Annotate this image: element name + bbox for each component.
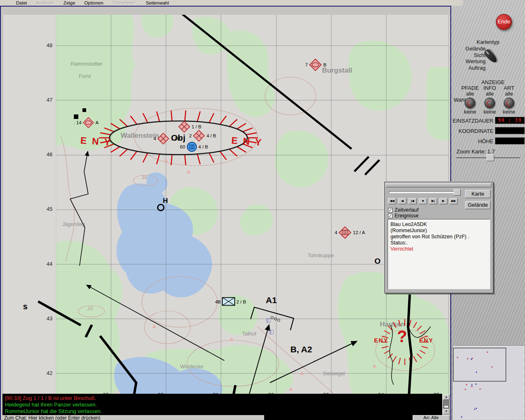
enemy-unit-2-4B[interactable]: 2 4 / B <box>189 129 216 142</box>
menu-seitenwahl[interactable]: Seitenwahl <box>142 0 173 5</box>
enemy-unit-14A[interactable]: . 14 A <box>74 116 99 129</box>
map-mark <box>271 316 274 319</box>
friendly-infantry-icon <box>221 297 235 306</box>
enemy-unit-4-1B[interactable]: 4 1 / B <box>153 132 180 145</box>
building-icon <box>269 330 274 334</box>
play-button[interactable]: ▶ <box>439 198 447 204</box>
map-mark <box>277 319 280 322</box>
art-knob[interactable] <box>504 98 514 108</box>
grid-row-label: 43 <box>42 315 52 322</box>
replay-slider-thumb[interactable] <box>454 189 461 196</box>
menu-datei[interactable]: Datei <box>11 0 32 5</box>
enemy-dot <box>467 358 468 359</box>
map-mark <box>82 108 86 112</box>
friendly-unit-2B[interactable]: 4B 2 / B <box>215 297 246 306</box>
kartentyp-sicht[interactable]: Sicht <box>454 52 486 59</box>
friendly-dot <box>476 372 477 373</box>
chat-target-button[interactable]: An: Alle <box>413 415 450 420</box>
place-label: Jägerstieg <box>62 221 85 227</box>
grid-row-label: 42 <box>42 370 52 376</box>
enemy-dot <box>466 384 467 385</box>
friendly-dot <box>471 384 472 386</box>
zoom-slider-thumb[interactable] <box>486 154 494 161</box>
rewind-button[interactable]: ◀◀ <box>388 198 396 204</box>
kartentyp-auftrag[interactable]: Auftrag <box>454 65 486 71</box>
friendly-unit-icon <box>186 141 198 153</box>
eny-label-hausen-right: ENY <box>419 337 434 344</box>
karte-button[interactable]: Karte <box>465 190 491 198</box>
church-icon <box>289 387 293 391</box>
enemy-mech-icon <box>157 132 170 145</box>
chat-prompt[interactable]: Zum Chat: Hier klicken (oder Enter drück… <box>2 415 264 420</box>
checkbox-label: Zeitverlauf <box>395 207 418 213</box>
art-alle: alle <box>498 91 520 97</box>
unit-label-right: 2 / B <box>236 299 246 304</box>
menu-optionen[interactable]: Optionen <box>80 0 108 5</box>
log-line: Blau Leo2A5DK <box>390 221 487 228</box>
marker-o-label: O <box>374 257 381 266</box>
menu-bar: Datei Auslöser Zeige Optionen Teilnehmer… <box>0 0 463 6</box>
log-line: (RommelJunior) <box>390 228 487 234</box>
kartentyp-wertung[interactable]: Wertung <box>454 58 486 65</box>
enemy-dot <box>479 388 481 390</box>
zoom-karte-label: Zoom Karte: 1.7 <box>457 148 495 155</box>
chat-message: RommelJunior hat die Sitzung verlassen. <box>5 408 442 415</box>
minimap-view-rect <box>453 348 506 381</box>
church-icon <box>164 158 168 162</box>
stop-button[interactable]: ■ <box>419 198 427 204</box>
unit-label-left: 2 <box>189 133 192 138</box>
scroll-up-icon[interactable]: ▲ <box>443 395 450 400</box>
menu-ausloeser: Auslöser <box>32 0 59 5</box>
unit-label-left: 7 <box>305 62 308 67</box>
place-label: Beisiegel <box>323 370 345 377</box>
pfade-alle: alle <box>459 91 481 97</box>
enemy-unit-12A[interactable]: 4 12 / A <box>335 226 365 240</box>
einsatzdauer-display: 90 : 39 <box>495 117 525 124</box>
gelaende-button[interactable]: Gelände <box>465 201 491 209</box>
marker-h-label: H <box>163 197 168 205</box>
chat-log[interactable]: [90:33] Zug 1 / 1 / B ist unter Beschuß.… <box>2 394 442 415</box>
step-back-button[interactable]: |◀ <box>409 198 417 204</box>
friendly-dot <box>476 408 477 409</box>
grid-row-label: 48 <box>42 42 52 48</box>
ende-button[interactable]: Ende <box>496 14 512 30</box>
unit-label-right: 1 / B <box>171 136 180 141</box>
enemy-mech-icon <box>192 129 205 142</box>
fast-forward-button[interactable]: ▶▶ <box>450 198 458 204</box>
enemy-unit-7B[interactable]: 7 B <box>305 58 326 72</box>
friendly-unit-60-4B[interactable]: 60 4 / B <box>180 141 208 153</box>
event-log[interactable]: Blau Leo2A5DK (RommelJunior) getroffen v… <box>388 219 490 289</box>
chat-scrollbar[interactable]: ▲ ▼ <box>443 395 450 414</box>
grid-row-label: 45 <box>42 206 52 212</box>
map-mark <box>274 317 277 320</box>
koordinate-display <box>495 127 525 134</box>
pfade-knob[interactable] <box>465 98 475 108</box>
checkbox-label: Ereignisse <box>395 213 418 219</box>
kartentyp-gelaende[interactable]: Gelände <box>454 46 486 52</box>
church-icon <box>187 170 191 173</box>
scrollbar-thumb[interactable] <box>444 405 449 408</box>
replay-slider-track[interactable] <box>389 191 458 193</box>
play-back-button[interactable]: ◀ <box>398 198 406 204</box>
friendly-dot <box>461 416 462 418</box>
unit-label-left: 60 <box>180 144 185 149</box>
minimap[interactable] <box>453 346 524 420</box>
place-label: Rammstedter <box>71 61 103 67</box>
checkbox-icon[interactable]: ✓ <box>388 214 393 218</box>
replay-window-titlebar[interactable] <box>386 183 491 187</box>
map[interactable]: 48 47 46 45 44 43 42 89 90 91 92 93 94 9… <box>3 15 450 399</box>
church-icon <box>372 364 377 368</box>
info-alle: alle <box>479 91 500 97</box>
scroll-down-icon[interactable]: ▼ <box>443 409 450 414</box>
zeitverlauf-checkbox[interactable]: ✓ Zeitverlauf <box>388 207 418 213</box>
chat-message: [90:33] Zug 1 / 1 / B ist unter Beschuß. <box>5 395 442 402</box>
info-knob[interactable] <box>484 98 495 108</box>
checkbox-icon[interactable]: ✓ <box>388 208 393 212</box>
grid-row-label: 44 <box>42 261 52 267</box>
menu-zeige[interactable]: Zeige <box>59 0 80 5</box>
step-forward-button[interactable]: ▶| <box>429 198 437 204</box>
playback-controls: ◀◀ ◀ |◀ ■ ▶| ▶ ▶▶ <box>388 198 458 204</box>
friendly-dot <box>474 409 475 410</box>
ereignisse-checkbox[interactable]: ✓ Ereignisse <box>388 213 418 219</box>
church-icon <box>152 324 156 328</box>
